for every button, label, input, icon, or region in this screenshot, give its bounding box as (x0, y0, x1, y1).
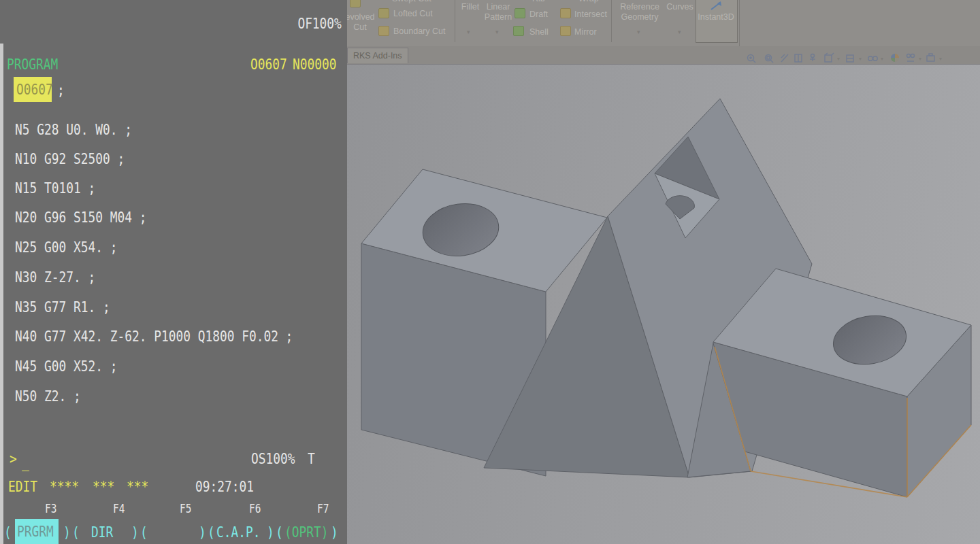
program-line: N35 G77 R1. ; (15, 299, 110, 316)
ribbon-separator (455, 0, 455, 42)
fkey-label: F7 (317, 500, 329, 517)
program-line: N25 G00 X54. ; (15, 239, 117, 256)
view-orientation-icon (825, 53, 834, 62)
fkey-label: F5 (180, 500, 191, 517)
revolved-cut-icon (350, 0, 361, 7)
reference-geometry-caret-icon[interactable]: ▾ (637, 29, 640, 35)
boundary-cut-button[interactable]: Boundary Cut (393, 27, 458, 37)
line-terminator: ; (57, 82, 65, 99)
svg-text:▾: ▾ (837, 56, 840, 62)
previous-view-icon (781, 54, 788, 62)
softkey-paren: ( (72, 524, 80, 541)
intersect-button[interactable]: Intersect (574, 10, 615, 20)
dynamic-annotation-icon (810, 54, 815, 62)
sequence-number: N00000 (293, 56, 336, 73)
program-line: N20 G96 S150 M04 ; (15, 209, 146, 226)
boundary-cut-icon (378, 26, 389, 36)
spindle-override-readout: OS100% (251, 450, 295, 468)
softkey-paren: ) (131, 524, 139, 541)
rib-button[interactable]: Rib (532, 0, 553, 4)
tool-flag: T (308, 450, 315, 468)
softkey-label: (OPRT) (284, 524, 328, 541)
mirror-icon (560, 26, 571, 36)
program-line: N30 Z-27. ; (15, 269, 95, 286)
softkey-paren: ( (208, 524, 215, 541)
instant3d-button[interactable]: Instant3D (696, 0, 738, 43)
softkey-paren: ) (63, 524, 71, 541)
softkey-label: DIR (91, 524, 113, 541)
mode-indicator: EDIT (8, 478, 37, 496)
softkey-label: PRGRM (17, 523, 54, 541)
softkey-paren: ( (4, 524, 12, 541)
apply-scene-icon (907, 54, 915, 62)
instant3d-icon (710, 1, 722, 11)
highlighted-word: O0607 (16, 81, 53, 99)
lofted-cut-button[interactable]: Lofted Cut (393, 9, 448, 19)
display-style-icon (847, 55, 853, 62)
feed-override-readout: OF100% (298, 15, 342, 33)
program-line: N10 G92 S2500 ; (15, 150, 125, 168)
screen: evolved Cut Swept Cut Lofted Cut Boundar… (0, 0, 980, 544)
linear-pattern-dropdown-caret-icon[interactable]: ▾ (495, 29, 499, 35)
softkey-paren: ) (267, 524, 274, 541)
status-stars: **** (50, 478, 79, 496)
swept-cut-button[interactable]: Swept Cut (392, 0, 446, 4)
features-ribbon: evolved Cut Swept Cut Lofted Cut Boundar… (347, 0, 980, 46)
hide-show-items-icon (868, 56, 877, 61)
zoom-to-fit-icon (748, 55, 756, 63)
cnc-control-screen: OF100% PROGRAM O0607 N00000 O0607 ; N5 G… (0, 0, 347, 544)
program-number: O0607 (250, 56, 287, 73)
softkey-paren: ) (199, 524, 206, 541)
ribbon-separator (739, 0, 740, 46)
wrap-button[interactable]: Wrap (578, 0, 606, 4)
edit-appearance-icon (891, 54, 899, 62)
softkey-paren: ( (276, 524, 283, 541)
tab-solidworks-addins[interactable]: RKS Add-Ins (347, 48, 408, 63)
input-cursor: _ (22, 454, 29, 472)
softkey-label: C.A.P. (216, 524, 260, 541)
curves-caret-icon[interactable]: ▾ (678, 29, 681, 35)
fkey-label: F6 (249, 500, 261, 517)
svg-text:▾: ▾ (939, 56, 942, 62)
input-prompt: > (10, 450, 17, 468)
zoom-to-area-icon (766, 55, 774, 63)
svg-text:▾: ▾ (881, 56, 883, 62)
screen-title: PROGRAM (7, 56, 58, 73)
section-view-icon (795, 54, 802, 62)
svg-text:▾: ▾ (919, 56, 921, 62)
status-stars: *** (93, 478, 114, 496)
draft-button[interactable]: Draft (529, 10, 557, 20)
program-line: N15 T0101 ; (15, 180, 95, 197)
fillet-dropdown-caret-icon[interactable]: ▾ (467, 29, 470, 35)
lofted-cut-icon (378, 8, 389, 18)
part-model (347, 65, 980, 544)
shell-icon (513, 26, 524, 36)
program-line: N50 Z2. ; (15, 388, 81, 405)
instant3d-label: Instant3D (696, 12, 736, 22)
shell-button[interactable]: Shell (529, 27, 557, 37)
curves-button[interactable]: Curves (664, 2, 696, 12)
svg-text:▾: ▾ (859, 56, 862, 62)
status-stars: *** (127, 478, 148, 496)
softkey-paren: ( (140, 524, 148, 541)
draft-icon (514, 8, 525, 18)
program-line: N45 G00 X52. ; (15, 358, 117, 375)
fkey-label: F4 (113, 500, 125, 517)
linear-pattern-button[interactable]: Linear Pattern (480, 2, 516, 22)
cursor-highlight: O0607 (14, 77, 52, 102)
intersect-icon (560, 8, 571, 18)
fkey-label: F3 (45, 500, 56, 517)
ribbon-separator (611, 0, 612, 42)
mirror-button[interactable]: Mirror (574, 27, 608, 37)
clock: 09:27:01 (195, 478, 254, 496)
revolved-cut-button[interactable]: evolved Cut (347, 12, 376, 33)
graphics-viewport[interactable] (347, 65, 980, 544)
view-settings-icon (927, 54, 934, 61)
program-line: N40 G77 X42. Z-62. P1000 Q1800 F0.02 ; (15, 328, 293, 345)
softkey-active-highlight: PRGRM (15, 519, 59, 544)
program-line: N5 G28 U0. W0. ; (15, 121, 132, 139)
cnc-window-edge (0, 44, 3, 544)
softkey-paren: ) (331, 524, 338, 541)
headsup-icons[interactable]: ▾▾▾▾▾ (745, 52, 949, 65)
reference-geometry-button[interactable]: Reference Geometry (614, 2, 666, 22)
